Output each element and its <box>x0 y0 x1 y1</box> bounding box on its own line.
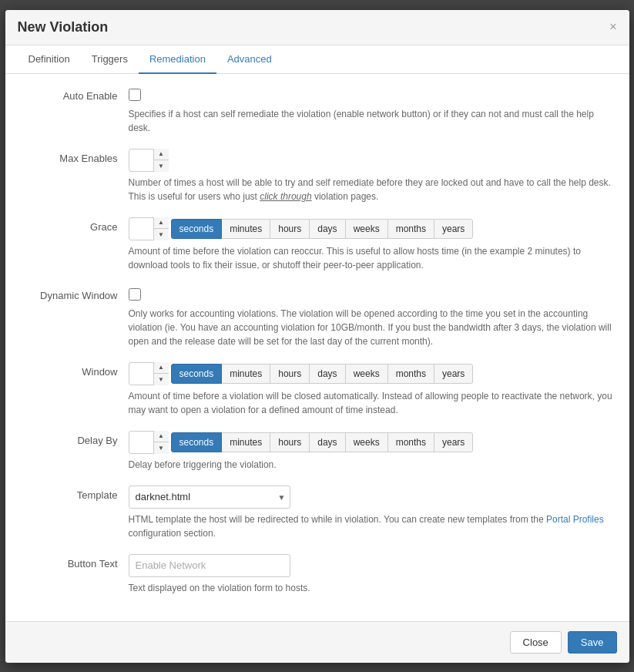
template-content: darknet.html ▼ HTML template the host wi… <box>129 486 614 540</box>
delay-by-up[interactable]: ▲ <box>154 431 169 443</box>
dynamic-window-desc: Only works for accounting violations. Th… <box>129 307 614 348</box>
window-unit-weeks[interactable]: weeks <box>345 364 388 384</box>
tab-advanced[interactable]: Advanced <box>216 45 283 74</box>
max-enables-up[interactable]: ▲ <box>154 149 169 161</box>
grace-unit-days[interactable]: days <box>309 219 345 239</box>
tab-remediation[interactable]: Remediation <box>139 45 216 74</box>
button-text-desc: Text displayed on the violation form to … <box>129 581 614 595</box>
delay-by-content: ▲ ▼ seconds minutes hours days weeks mon… <box>129 431 614 472</box>
max-enables-row: Max Enables ▲ ▼ Number of times a host w… <box>21 149 614 203</box>
max-enables-down[interactable]: ▼ <box>154 160 169 172</box>
window-desc: Amount of time before a violation will b… <box>129 389 614 417</box>
delay-by-unit-minutes[interactable]: minutes <box>221 432 270 452</box>
grace-unit-hours[interactable]: hours <box>270 219 310 239</box>
grace-label: Grace <box>21 217 129 233</box>
template-select-wrap: darknet.html ▼ <box>129 486 290 509</box>
delay-by-units: seconds minutes hours days weeks months … <box>172 432 474 452</box>
window-unit-months[interactable]: months <box>387 364 434 384</box>
dynamic-window-label: Dynamic Window <box>21 286 129 301</box>
delay-by-label: Delay By <box>21 431 129 446</box>
template-desc: HTML template the host will be redirecte… <box>129 512 614 540</box>
tabs-container: Definition Triggers Remediation Advanced <box>5 45 629 74</box>
max-enables-content: ▲ ▼ Number of times a host will be able … <box>129 149 614 203</box>
button-text-input[interactable] <box>129 554 290 577</box>
delay-by-desc: Delay before triggering the violation. <box>129 458 614 472</box>
grace-unit-months[interactable]: months <box>387 219 434 239</box>
modal: New Violation × Definition Triggers Reme… <box>5 10 629 663</box>
template-row: Template darknet.html ▼ HTML template th… <box>21 486 614 540</box>
save-button[interactable]: Save <box>568 631 617 654</box>
modal-close-button[interactable]: × <box>609 21 616 33</box>
template-select[interactable]: darknet.html <box>129 486 290 509</box>
window-unit-hours[interactable]: hours <box>270 364 310 384</box>
delay-by-unit-seconds[interactable]: seconds <box>171 432 223 452</box>
delay-by-unit-days[interactable]: days <box>309 432 345 452</box>
max-enables-input-wrap: ▲ ▼ <box>129 149 169 172</box>
tab-definition[interactable]: Definition <box>18 45 81 74</box>
button-text-label: Button Text <box>21 554 129 570</box>
window-units: seconds minutes hours days weeks months … <box>172 364 474 384</box>
window-down[interactable]: ▼ <box>154 374 169 385</box>
window-up[interactable]: ▲ <box>154 362 169 375</box>
window-unit-seconds[interactable]: seconds <box>171 364 223 384</box>
auto-enable-checkbox[interactable] <box>129 89 141 101</box>
modal-title: New Violation <box>18 19 109 35</box>
grace-unit-seconds[interactable]: seconds <box>171 219 223 239</box>
delay-by-row: Delay By ▲ ▼ seconds minutes hours d <box>21 431 614 472</box>
grace-input-wrap: ▲ ▼ <box>129 217 169 240</box>
grace-unit-minutes[interactable]: minutes <box>221 219 270 239</box>
grace-units: seconds minutes hours days weeks months … <box>172 219 474 239</box>
delay-by-unit-months[interactable]: months <box>387 432 434 452</box>
window-content: ▲ ▼ seconds minutes hours days weeks mon… <box>129 362 614 417</box>
button-text-row: Button Text Text displayed on the violat… <box>21 554 614 595</box>
dynamic-window-row: Dynamic Window Only works for accounting… <box>21 286 614 348</box>
grace-up[interactable]: ▲ <box>154 217 169 230</box>
grace-row: Grace ▲ ▼ seconds minutes hours days <box>21 217 614 272</box>
auto-enable-label: Auto Enable <box>21 86 129 102</box>
window-input-group: ▲ ▼ seconds minutes hours days weeks mon… <box>129 362 614 385</box>
delay-by-input-wrap: ▲ ▼ <box>129 431 169 454</box>
auto-enable-desc: Specifies if a host can self remediate t… <box>129 107 614 135</box>
grace-input-group: ▲ ▼ seconds minutes hours days weeks mon… <box>129 217 614 240</box>
max-enables-label: Max Enables <box>21 149 129 164</box>
window-unit-days[interactable]: days <box>309 364 345 384</box>
modal-footer: Close Save <box>5 621 629 663</box>
auto-enable-content: Specifies if a host can self remediate t… <box>129 86 614 135</box>
tab-triggers[interactable]: Triggers <box>81 45 139 74</box>
delay-by-spinner: ▲ ▼ <box>153 431 169 454</box>
grace-unit-years[interactable]: years <box>434 219 473 239</box>
close-button[interactable]: Close <box>510 631 562 654</box>
portal-profiles-link[interactable]: Portal Profiles <box>546 514 604 525</box>
grace-content: ▲ ▼ seconds minutes hours days weeks mon… <box>129 217 614 272</box>
max-enables-spinner: ▲ ▼ <box>153 149 169 172</box>
dynamic-window-checkbox[interactable] <box>129 288 141 301</box>
auto-enable-row: Auto Enable Specifies if a host can self… <box>21 86 614 135</box>
button-text-content: Text displayed on the violation form to … <box>129 554 614 595</box>
delay-by-down[interactable]: ▼ <box>154 442 169 454</box>
grace-down[interactable]: ▼ <box>154 229 169 240</box>
delay-by-unit-hours[interactable]: hours <box>270 432 310 452</box>
window-input-wrap: ▲ ▼ <box>129 362 169 385</box>
delay-by-input-group: ▲ ▼ seconds minutes hours days weeks mon… <box>129 431 614 454</box>
delay-by-unit-years[interactable]: years <box>434 432 473 452</box>
dynamic-window-content: Only works for accounting violations. Th… <box>129 286 614 348</box>
max-enables-desc: Number of times a host will be able to t… <box>129 176 614 203</box>
window-unit-years[interactable]: years <box>434 364 473 384</box>
grace-unit-weeks[interactable]: weeks <box>345 219 388 239</box>
grace-desc: Amount of time before the violation can … <box>129 244 614 272</box>
template-label: Template <box>21 486 129 501</box>
window-row: Window ▲ ▼ seconds minutes hours day <box>21 362 614 417</box>
window-unit-minutes[interactable]: minutes <box>221 364 270 384</box>
modal-header: New Violation × <box>5 10 629 45</box>
delay-by-unit-weeks[interactable]: weeks <box>345 432 388 452</box>
window-spinner: ▲ ▼ <box>153 362 169 385</box>
grace-spinner: ▲ ▼ <box>153 217 169 240</box>
window-label: Window <box>21 362 129 378</box>
modal-body: Auto Enable Specifies if a host can self… <box>5 74 629 621</box>
